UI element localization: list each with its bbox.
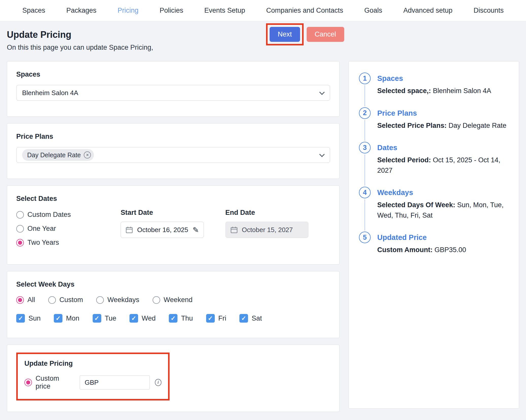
step-value: Blenheim Salon 4A (433, 87, 491, 95)
summary-step-price-plans: 2 Price Plans Selected Price Plans: Day … (359, 107, 509, 142)
day-checkbox-sat[interactable]: ✓ Sat (239, 314, 262, 323)
info-icon[interactable]: i (155, 379, 161, 386)
day-checkbox-sun[interactable]: ✓ Sun (16, 314, 41, 323)
spaces-card: Spaces Blenheim Salon 4A (7, 61, 339, 117)
end-date-label: End Date (225, 209, 308, 217)
select-dates-label: Select Dates (16, 195, 330, 203)
day-checkbox-fri[interactable]: ✓ Fri (206, 314, 226, 323)
step-title[interactable]: Weekdays (377, 187, 509, 198)
tab-companies-and-contacts[interactable]: Companies and Contacts (266, 7, 343, 14)
checkbox-checked-icon: ✓ (129, 314, 138, 323)
radio-icon (96, 296, 104, 304)
step-value: GBP35.00 (434, 246, 466, 254)
tab-pricing[interactable]: Pricing (118, 7, 139, 14)
tab-events-setup[interactable]: Events Setup (204, 7, 245, 14)
day-checkbox-thu[interactable]: ✓ Thu (169, 314, 193, 323)
radio-icon (16, 211, 24, 219)
tab-discounts[interactable]: Discounts (473, 7, 504, 14)
price-plans-select[interactable]: Day Delegate Rate × (16, 147, 330, 163)
top-nav: Spaces Packages Pricing Policies Events … (0, 0, 526, 21)
select-dates-card: Select Dates Custom Dates One Year Two Y… (7, 185, 339, 265)
step-field-label: Selected Days Of Week: (377, 201, 455, 209)
radio-weekdays[interactable]: Weekdays (96, 296, 139, 304)
cancel-button[interactable]: Cancel (307, 27, 344, 42)
day-checkbox-tue[interactable]: ✓ Tue (93, 314, 117, 323)
step-title[interactable]: Updated Price (377, 232, 509, 243)
checkbox-checked-icon: ✓ (169, 314, 177, 323)
start-date-value: October 16, 2025 (137, 226, 188, 234)
end-date-input: October 15, 2027 (225, 222, 308, 238)
spaces-select[interactable]: Blenheim Salon 4A (16, 85, 330, 101)
remove-chip-icon[interactable]: × (84, 151, 91, 159)
update-pricing-label: Update Pricing (24, 360, 161, 368)
checkbox-checked-icon: ✓ (16, 314, 25, 323)
page-title: Update Pricing (7, 29, 519, 40)
start-date-input[interactable]: October 16, 2025 ✎ (121, 222, 204, 238)
radio-custom-price[interactable]: Custom price (24, 375, 72, 390)
checkbox-checked-icon: ✓ (206, 314, 215, 323)
chevron-down-icon (319, 152, 325, 157)
summary-step-spaces: 1 Spaces Selected space,: Blenheim Salon… (359, 73, 509, 107)
tab-policies[interactable]: Policies (160, 7, 183, 14)
summary-panel: 1 Spaces Selected space,: Blenheim Salon… (349, 61, 519, 409)
step-number-badge: 1 (359, 73, 371, 84)
day-checkbox-wed[interactable]: ✓ Wed (129, 314, 156, 323)
radio-weekend[interactable]: Weekend (153, 296, 193, 304)
radio-icon-checked (24, 379, 32, 386)
next-button[interactable]: Next (270, 27, 300, 42)
price-plans-card-label: Price Plans (16, 133, 330, 141)
radio-icon-checked (16, 296, 24, 304)
radio-two-years[interactable]: Two Years (16, 239, 121, 247)
summary-step-updated-price: 5 Updated Price Custom Amount: GBP35.00 (359, 232, 509, 255)
summary-step-weekdays: 4 Weekdays Selected Days Of Week: Sun, M… (359, 187, 509, 232)
tab-goals[interactable]: Goals (364, 7, 382, 14)
radio-icon-checked (16, 239, 24, 247)
radio-one-year[interactable]: One Year (16, 225, 121, 233)
end-date-group: End Date October 15, 2027 (225, 209, 308, 247)
radio-custom[interactable]: Custom (48, 296, 83, 304)
step-number-badge: 4 (359, 187, 371, 198)
step-title[interactable]: Price Plans (377, 107, 509, 119)
step-field-label: Custom Amount: (377, 246, 433, 254)
select-week-days-label: Select Week Days (16, 281, 330, 288)
price-plan-chip-label: Day Delegate Rate (27, 151, 81, 159)
step-connector (365, 85, 365, 106)
price-plan-chip: Day Delegate Rate × (22, 149, 94, 161)
day-checkbox-mon[interactable]: ✓ Mon (54, 314, 79, 323)
custom-price-input-group: GBP (80, 375, 150, 390)
tab-spaces[interactable]: Spaces (22, 7, 45, 14)
radio-all[interactable]: All (16, 296, 35, 304)
tab-advanced-setup[interactable]: Advanced setup (403, 7, 453, 14)
checkbox-checked-icon: ✓ (239, 314, 248, 323)
start-date-group: Start Date October 16, 2025 ✎ (121, 209, 204, 247)
edit-icon[interactable]: ✎ (192, 225, 199, 234)
step-field-label: Selected space,: (377, 87, 431, 95)
next-button-highlight-box: Next (266, 23, 304, 45)
spaces-selected-value: Blenheim Salon 4A (22, 89, 78, 97)
step-connector (365, 154, 365, 186)
update-pricing-card: Update Pricing Custom price GBP i (7, 345, 339, 412)
radio-icon (48, 296, 56, 304)
step-number-badge: 5 (359, 232, 371, 243)
form-column: Spaces Blenheim Salon 4A Price Plans Day… (7, 61, 339, 412)
checkbox-checked-icon: ✓ (93, 314, 101, 323)
calendar-icon (125, 226, 133, 234)
step-number-badge: 2 (359, 107, 371, 119)
start-date-label: Start Date (121, 209, 204, 217)
step-title[interactable]: Dates (377, 142, 509, 153)
amount-input[interactable] (103, 376, 150, 389)
radio-custom-dates[interactable]: Custom Dates (16, 211, 121, 219)
step-title[interactable]: Spaces (377, 73, 509, 84)
step-field-label: Selected Period: (377, 156, 431, 164)
day-checkboxes: ✓ Sun ✓ Mon ✓ Tue ✓ Wed ✓ Thu (16, 314, 330, 323)
spaces-card-label: Spaces (16, 71, 330, 78)
summary-step-dates: 3 Dates Selected Period: Oct 15, 2025 - … (359, 142, 509, 187)
step-field-label: Selected Price Plans: (377, 122, 447, 129)
step-number-badge: 3 (359, 142, 371, 153)
radio-icon (153, 296, 160, 304)
checkbox-checked-icon: ✓ (54, 314, 62, 323)
tab-packages[interactable]: Packages (66, 7, 96, 14)
summary-column: 1 Spaces Selected space,: Blenheim Salon… (349, 61, 519, 409)
date-range-options: Custom Dates One Year Two Years (16, 209, 121, 247)
select-week-days-card: Select Week Days All Custom Weekdays Wee… (7, 271, 339, 338)
